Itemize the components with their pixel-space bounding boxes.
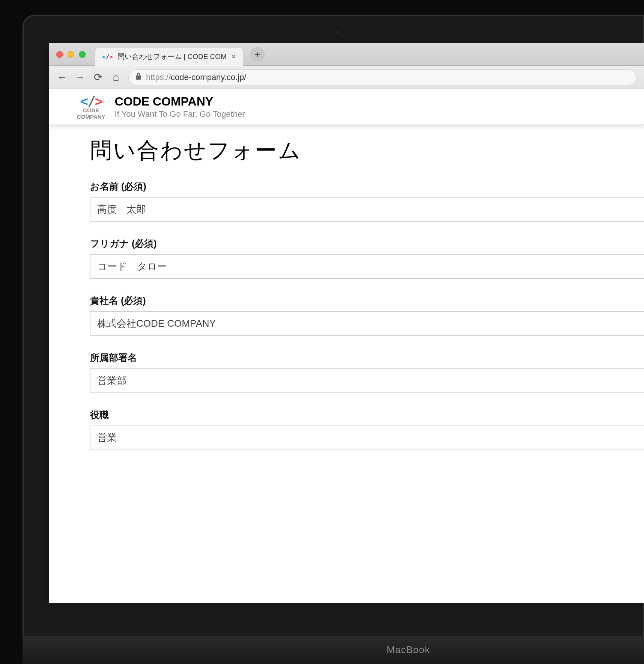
favicon-icon: </> <box>102 53 113 60</box>
furigana-input[interactable] <box>90 254 644 279</box>
tab-bar: </> 問い合わせフォーム | CODE COM × + <box>49 43 644 66</box>
company-input[interactable] <box>90 311 644 336</box>
site-header: </> CODE COMPANY CODE COMPANY If You Wan… <box>49 89 644 125</box>
reload-button[interactable]: ⟳ <box>92 71 104 83</box>
camera-icon <box>333 28 341 36</box>
address-bar[interactable]: https://code-company.co.jp/ <box>128 69 636 85</box>
brand-tagline: If You Want To Go Far, Go Together <box>115 109 245 119</box>
laptop-base: MacBook <box>23 636 644 664</box>
brand-block: CODE COMPANY If You Want To Go Far, Go T… <box>115 95 245 119</box>
tab-title: 問い合わせフォーム | CODE COM <box>117 52 227 62</box>
maximize-window-button[interactable] <box>79 51 86 58</box>
brand-name: CODE COMPANY <box>115 95 245 109</box>
field-label: 役職 <box>90 409 644 421</box>
field-position: 役職 <box>90 409 644 450</box>
window-controls <box>56 51 86 58</box>
field-label: 所属部署名 <box>90 352 644 364</box>
minimize-window-button[interactable] <box>68 51 74 58</box>
page-content: </> CODE COMPANY CODE COMPANY If You Wan… <box>49 89 644 603</box>
logo[interactable]: </> CODE COMPANY <box>77 94 105 120</box>
name-input[interactable] <box>90 197 644 222</box>
close-window-button[interactable] <box>56 51 63 58</box>
home-button[interactable]: ⌂ <box>110 71 122 83</box>
field-company: 貴社名 (必須) <box>90 294 644 336</box>
field-label: フリガナ (必須) <box>90 237 644 250</box>
field-name: お名前 (必須) <box>90 180 644 222</box>
forward-button[interactable]: → <box>74 71 86 83</box>
field-furigana: フリガナ (必須) <box>90 237 644 279</box>
department-input[interactable] <box>90 368 644 393</box>
logo-text: CODE COMPANY <box>77 107 105 120</box>
browser-window: </> 問い合わせフォーム | CODE COM × + ← → ⟳ ⌂ htt… <box>49 43 644 603</box>
form-content: 問い合わせフォーム お名前 (必須) フリガナ (必須) 貴社名 (必須) 所属… <box>49 125 644 450</box>
browser-toolbar: ← → ⟳ ⌂ https://code-company.co.jp/ <box>49 66 644 89</box>
browser-tab[interactable]: </> 問い合わせフォーム | CODE COM × <box>95 48 243 66</box>
macbook-label: MacBook <box>387 644 430 656</box>
field-department: 所属部署名 <box>90 352 644 393</box>
logo-icon: </> <box>77 94 105 109</box>
url-text: https://code-company.co.jp/ <box>146 72 246 82</box>
laptop-frame: </> 問い合わせフォーム | CODE COM × + ← → ⟳ ⌂ htt… <box>23 15 644 664</box>
position-input[interactable] <box>90 426 644 450</box>
back-button[interactable]: ← <box>56 71 68 83</box>
lock-icon <box>135 73 141 81</box>
new-tab-button[interactable]: + <box>250 47 265 62</box>
page-title: 問い合わせフォーム <box>90 136 644 165</box>
close-tab-button[interactable]: × <box>231 52 236 62</box>
field-label: 貴社名 (必須) <box>90 294 644 307</box>
field-label: お名前 (必須) <box>90 180 644 193</box>
